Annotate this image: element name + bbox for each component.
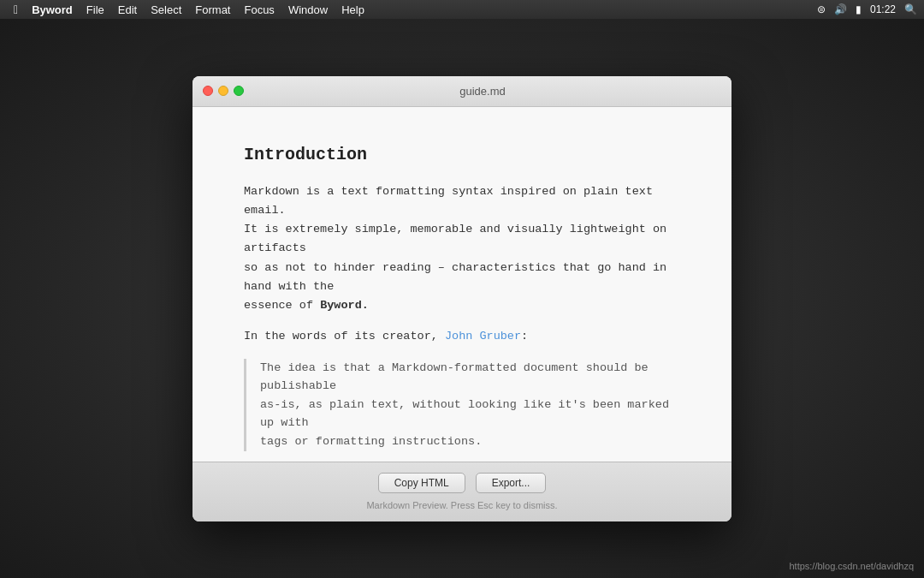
minimize-button[interactable] (218, 86, 228, 96)
clock: 01:22 (870, 3, 896, 15)
apple-menu[interactable]:  (7, 3, 25, 16)
close-button[interactable] (203, 86, 213, 96)
menubar:  Byword File Edit Select Format Focus W… (0, 0, 924, 19)
document-content[interactable]: Introduction Markdown is a text formatti… (192, 107, 732, 462)
menu-select[interactable]: Select (144, 2, 188, 18)
menu-file[interactable]: File (80, 2, 111, 18)
paragraph-intro-text: Markdown is a text formatting syntax ins… (244, 185, 666, 313)
battery-icon: ▮ (856, 3, 862, 15)
desktop: guide.md Introduction Markdown is a text… (0, 19, 924, 578)
document-window: guide.md Introduction Markdown is a text… (192, 76, 732, 521)
export-button[interactable]: Export... (476, 473, 547, 493)
blockquote-text: The idea is that a Markdown-formatted do… (260, 361, 669, 448)
blockquote: The idea is that a Markdown-formatted do… (244, 359, 680, 451)
paragraph-intro: Markdown is a text formatting syntax ins… (244, 182, 680, 316)
titlebar: guide.md (192, 76, 732, 107)
search-icon[interactable]: 🔍 (904, 3, 917, 15)
footer-buttons: Copy HTML Export... (378, 473, 547, 493)
menu-help[interactable]: Help (335, 2, 371, 18)
wifi-icon: ⊜ (817, 3, 826, 15)
copy-html-button[interactable]: Copy HTML (378, 473, 465, 493)
maximize-button[interactable] (234, 86, 244, 96)
menu-edit[interactable]: Edit (111, 2, 144, 18)
paragraph-gruber-prefix: In the words of its creator, (244, 330, 445, 343)
john-gruber-link[interactable]: John Gruber (445, 330, 521, 343)
paragraph-gruber-suffix: : (521, 330, 528, 343)
heading-introduction: Introduction (244, 141, 680, 169)
footer-hint: Markdown Preview. Press Esc key to dismi… (366, 500, 557, 510)
window-footer: Copy HTML Export... Markdown Preview. Pr… (192, 462, 732, 521)
url-hint: https://blog.csdn.net/davidhzq (789, 561, 914, 571)
menubar-right: ⊜ 🔊 ▮ 01:22 🔍 (817, 3, 917, 15)
paragraph-intro-bold: Byword. (320, 299, 369, 312)
menu-window[interactable]: Window (281, 2, 335, 18)
window-title: guide.md (244, 85, 721, 98)
paragraph-gruber: In the words of its creator, John Gruber… (244, 327, 680, 346)
audio-icon: 🔊 (834, 3, 847, 15)
menu-byword[interactable]: Byword (25, 2, 80, 18)
markdown-body: Introduction Markdown is a text formatti… (244, 141, 680, 462)
traffic-lights (203, 86, 244, 96)
menu-format[interactable]: Format (188, 2, 237, 18)
menu-focus[interactable]: Focus (237, 2, 281, 18)
